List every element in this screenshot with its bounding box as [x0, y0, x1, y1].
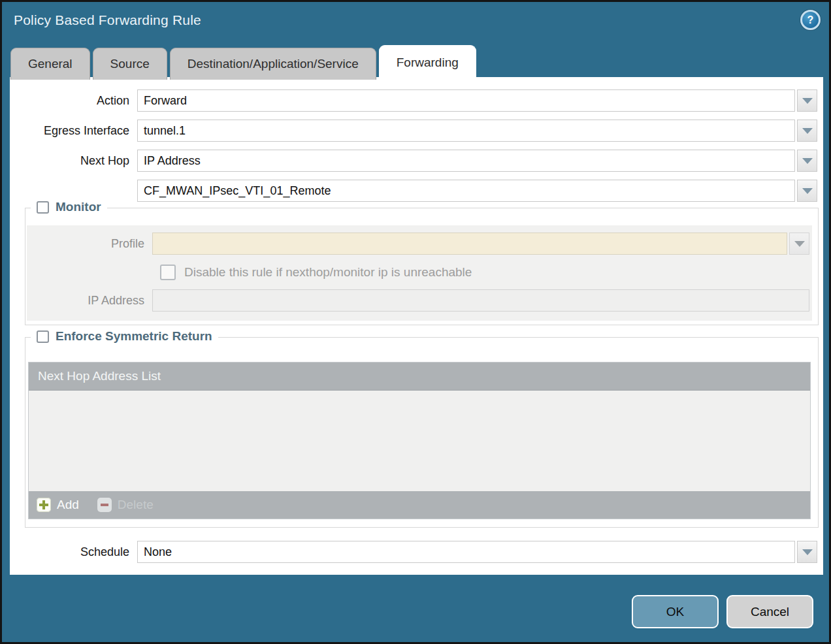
- action-dropdown[interactable]: Forward: [137, 89, 817, 112]
- action-label: Action: [10, 94, 137, 108]
- enforce-symmetric-return-checkbox[interactable]: [37, 330, 49, 343]
- schedule-row: Schedule None: [10, 541, 817, 563]
- enforce-symmetric-return-legend: Enforce Symmetric Return: [31, 329, 218, 344]
- next-hop-address-list-toolbar: Add Delete: [29, 491, 810, 519]
- chevron-down-icon: [802, 549, 813, 555]
- egress-interface-row: Egress Interface tunnel.1: [10, 120, 817, 142]
- add-button[interactable]: Add: [37, 498, 79, 512]
- next-hop-address-row: CF_MWAN_IPsec_VTI_01_Remote: [10, 180, 817, 202]
- egress-interface-value[interactable]: tunnel.1: [137, 120, 795, 142]
- profile-field[interactable]: [152, 233, 787, 255]
- delete-button[interactable]: Delete: [97, 498, 154, 512]
- schedule-label: Schedule: [10, 545, 137, 559]
- forwarding-form: Action Forward Egress Interface tunnel.1…: [10, 89, 817, 202]
- profile-dropdown-button[interactable]: [789, 233, 809, 255]
- action-value[interactable]: Forward: [137, 89, 795, 112]
- chevron-down-icon: [794, 241, 805, 247]
- disable-rule-label: Disable this rule if nexthop/monitor ip …: [184, 265, 472, 280]
- disable-rule-row: Disable this rule if nexthop/monitor ip …: [160, 264, 812, 281]
- action-row: Action Forward: [10, 89, 817, 112]
- plus-icon: [37, 498, 51, 512]
- chevron-down-icon: [802, 98, 813, 104]
- next-hop-address-list-header: Next Hop Address List: [29, 362, 810, 391]
- schedule-dropdown-button[interactable]: [797, 541, 817, 563]
- egress-interface-dropdown[interactable]: tunnel.1: [137, 120, 817, 142]
- next-hop-address-list-body: [29, 391, 810, 491]
- forwarding-tab-panel: Action Forward Egress Interface tunnel.1…: [10, 77, 823, 575]
- enforce-symmetric-return-legend-label: Enforce Symmetric Return: [56, 329, 212, 344]
- monitor-ip-address-field[interactable]: [152, 289, 809, 312]
- next-hop-address-value[interactable]: CF_MWAN_IPsec_VTI_01_Remote: [137, 180, 795, 202]
- tab-source[interactable]: Source: [93, 48, 167, 80]
- action-dropdown-button[interactable]: [797, 89, 817, 112]
- next-hop-type-dropdown-button[interactable]: [797, 150, 817, 172]
- monitor-section: Monitor Profile Disable this rule if nex…: [25, 208, 819, 325]
- tab-destination-application-service[interactable]: Destination/Application/Service: [170, 48, 376, 80]
- chevron-down-icon: [802, 158, 813, 164]
- help-icon[interactable]: ?: [800, 10, 821, 30]
- chevron-down-icon: [802, 128, 813, 134]
- next-hop-type-value[interactable]: IP Address: [137, 150, 795, 172]
- next-hop-address-list-table: Next Hop Address List Add Delete: [28, 362, 811, 519]
- monitor-checkbox[interactable]: [37, 201, 49, 214]
- egress-interface-dropdown-button[interactable]: [797, 120, 817, 142]
- next-hop-address-dropdown[interactable]: CF_MWAN_IPsec_VTI_01_Remote: [137, 180, 817, 202]
- tab-forwarding[interactable]: Forwarding: [379, 45, 476, 80]
- tab-bar: General Source Destination/Application/S…: [10, 45, 476, 80]
- monitor-legend-label: Monitor: [56, 200, 101, 214]
- monitor-legend: Monitor: [31, 200, 107, 214]
- add-button-label: Add: [57, 498, 79, 512]
- dialog-title: Policy Based Forwarding Rule: [14, 12, 201, 28]
- enforce-symmetric-return-section: Enforce Symmetric Return Next Hop Addres…: [25, 337, 819, 528]
- monitor-body: Profile Disable this rule if nexthop/mon…: [27, 225, 812, 321]
- pbf-rule-dialog: Policy Based Forwarding Rule ? General S…: [0, 0, 831, 644]
- next-hop-row: Next Hop IP Address: [10, 150, 817, 172]
- chevron-down-icon: [802, 188, 813, 194]
- monitor-ip-address-label: IP Address: [27, 294, 152, 308]
- egress-interface-label: Egress Interface: [10, 124, 137, 138]
- next-hop-type-dropdown[interactable]: IP Address: [137, 150, 817, 172]
- delete-button-label: Delete: [118, 498, 154, 512]
- next-hop-label: Next Hop: [10, 154, 137, 168]
- next-hop-address-dropdown-button[interactable]: [797, 180, 817, 202]
- profile-row: Profile: [27, 233, 809, 255]
- help-glyph: ?: [807, 14, 814, 26]
- cancel-button[interactable]: Cancel: [726, 595, 813, 628]
- schedule-dropdown[interactable]: None: [137, 541, 817, 563]
- disable-rule-checkbox[interactable]: [160, 265, 176, 280]
- profile-label: Profile: [27, 237, 152, 251]
- schedule-value[interactable]: None: [137, 541, 795, 563]
- tab-general[interactable]: General: [10, 48, 90, 80]
- monitor-ip-address-row: IP Address: [27, 289, 809, 312]
- minus-icon: [97, 498, 112, 512]
- ok-button[interactable]: OK: [632, 595, 719, 628]
